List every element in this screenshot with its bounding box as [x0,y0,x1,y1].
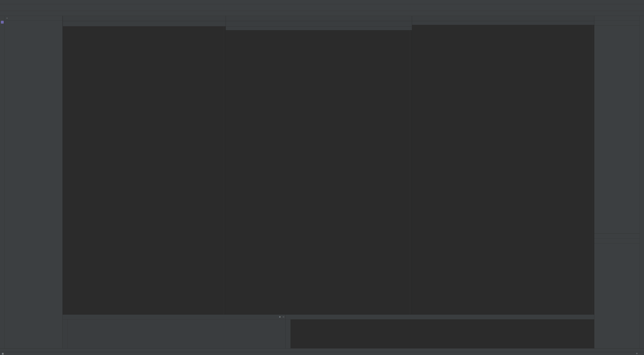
project-tree [4,21,62,348]
editor-pane-left [63,16,226,314]
menu-bar [0,0,644,4]
error-stripe[interactable] [224,27,226,314]
breadcrumb [0,11,644,16]
structure-panel [594,16,640,233]
toolwindow-bar [0,348,644,352]
project-panel: ▼ [4,16,63,348]
editor-pane-middle [226,16,412,314]
code-editor-mapscss[interactable] [226,30,410,314]
chevron-down-icon[interactable]: ▼ [6,18,8,19]
editor-pane-right [412,16,594,314]
database-panel [594,233,640,348]
error-stripe[interactable] [592,25,594,314]
editor-breadcrumb-row [412,21,594,25]
error-stripe[interactable] [410,30,412,314]
context-info-row [226,27,412,30]
terminal-output[interactable] [290,319,294,348]
right-toolwindow-strip [640,16,644,348]
status-bar: ▦ ⊘ [0,352,644,355]
todo-panel: ⚙⊣ [63,315,286,348]
hide-icon[interactable]: ⊣ [282,316,284,318]
left-toolwindow-strip [0,16,4,348]
code-editor-mapmodel[interactable] [412,25,592,314]
terminal-panel [286,315,594,348]
code-editor-appjs[interactable] [63,27,224,314]
lock-icon[interactable]: ⊘ [636,352,638,355]
settings-icon[interactable]: ⚙ [279,316,281,318]
phpstorm-icon [1,21,4,24]
main-toolbar [0,4,644,11]
toolwindow-toggle-icon[interactable]: ▦ [2,352,4,355]
